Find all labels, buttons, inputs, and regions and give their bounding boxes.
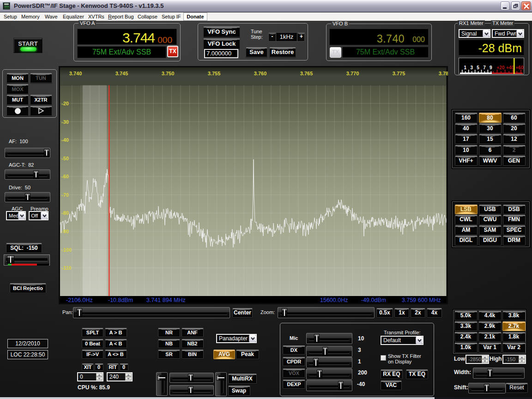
svg-text:3.780: 3.780: [439, 71, 448, 76]
svg-text:1: 1: [464, 65, 467, 70]
svg-text:-100: -100: [61, 247, 72, 253]
svg-text:3.759 600 MHz: 3.759 600 MHz: [402, 297, 441, 303]
svg-text:3.760: 3.760: [254, 71, 267, 76]
svg-text:-2106.0Hz: -2106.0Hz: [66, 297, 93, 303]
svg-text:-80: -80: [61, 210, 69, 216]
svg-text:-70: -70: [61, 192, 69, 198]
svg-text:3.770: 3.770: [346, 71, 359, 76]
svg-text:5: 5: [477, 65, 479, 70]
svg-text:+60: +60: [516, 65, 524, 70]
svg-text:+20: +20: [497, 65, 505, 70]
svg-text:3.755: 3.755: [208, 71, 221, 76]
svg-text:3.765: 3.765: [300, 71, 313, 76]
svg-text:-90: -90: [61, 229, 69, 234]
svg-text:3.775: 3.775: [393, 71, 405, 76]
svg-text:-60: -60: [61, 174, 69, 179]
svg-text:15600.0Hz: 15600.0Hz: [320, 297, 348, 303]
svg-text:3.745: 3.745: [115, 71, 128, 76]
svg-text:-49.0dBm: -49.0dBm: [361, 297, 386, 303]
svg-text:-30: -30: [61, 119, 69, 125]
svg-text:7: 7: [483, 65, 486, 70]
svg-text:3: 3: [470, 65, 473, 70]
svg-text:-110: -110: [61, 265, 71, 271]
svg-text:3.741 894 MHz: 3.741 894 MHz: [146, 297, 186, 303]
svg-text:-40: -40: [61, 137, 69, 143]
svg-text:-20: -20: [61, 101, 69, 106]
svg-text:+40: +40: [506, 65, 514, 70]
svg-text:3.750: 3.750: [162, 71, 175, 76]
svg-text:3.740: 3.740: [69, 71, 82, 76]
svg-text:9: 9: [490, 65, 492, 70]
svg-text:-50: -50: [61, 156, 69, 161]
svg-text:-10.8dBm: -10.8dBm: [108, 297, 133, 303]
